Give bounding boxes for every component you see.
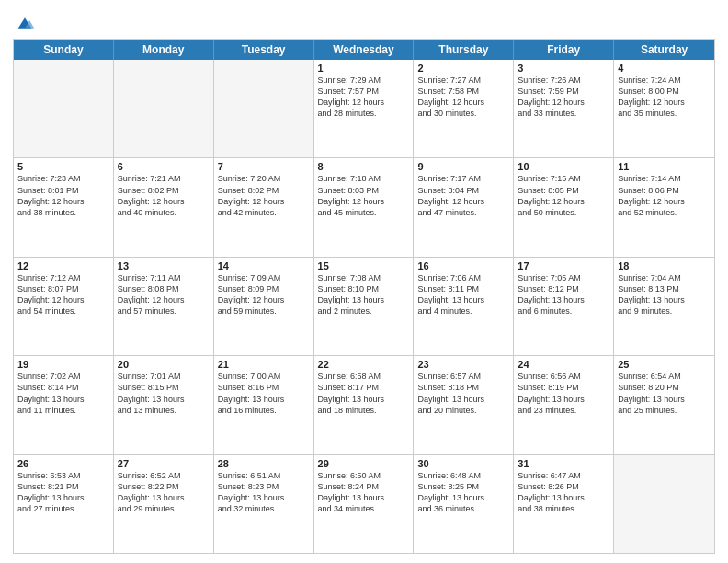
weekday-header-wednesday: Wednesday: [314, 40, 415, 60]
weekday-header-saturday: Saturday: [614, 40, 714, 60]
day-number: 19: [17, 359, 109, 370]
calendar: SundayMondayTuesdayWednesdayThursdayFrid…: [13, 39, 715, 554]
day-number: 21: [218, 359, 310, 370]
calendar-row-4: 19Sunrise: 7:02 AM Sunset: 8:14 PM Dayli…: [14, 355, 714, 454]
day-info: Sunrise: 6:47 AM Sunset: 8:26 PM Dayligh…: [518, 470, 609, 515]
calendar-day-26: 26Sunrise: 6:53 AM Sunset: 8:21 PM Dayli…: [14, 455, 114, 553]
logo: [13, 13, 35, 33]
day-number: 6: [118, 161, 210, 172]
day-number: 30: [417, 458, 509, 469]
day-info: Sunrise: 6:58 AM Sunset: 8:17 PM Dayligh…: [318, 371, 410, 416]
day-number: 28: [218, 458, 310, 469]
calendar-day-19: 19Sunrise: 7:02 AM Sunset: 8:14 PM Dayli…: [14, 356, 114, 454]
day-number: 3: [518, 63, 609, 74]
day-number: 10: [518, 161, 609, 172]
day-info: Sunrise: 6:50 AM Sunset: 8:24 PM Dayligh…: [318, 470, 410, 515]
day-info: Sunrise: 7:01 AM Sunset: 8:15 PM Dayligh…: [118, 371, 210, 416]
calendar-empty: [614, 455, 714, 553]
calendar-day-1: 1Sunrise: 7:29 AM Sunset: 7:57 PM Daylig…: [314, 60, 415, 157]
day-info: Sunrise: 6:51 AM Sunset: 8:23 PM Dayligh…: [218, 470, 310, 515]
day-info: Sunrise: 7:27 AM Sunset: 7:58 PM Dayligh…: [417, 75, 509, 120]
calendar-empty: [214, 60, 314, 157]
calendar-day-16: 16Sunrise: 7:06 AM Sunset: 8:11 PM Dayli…: [414, 258, 514, 355]
calendar-row-1: 1Sunrise: 7:29 AM Sunset: 7:57 PM Daylig…: [14, 60, 714, 157]
day-info: Sunrise: 6:53 AM Sunset: 8:21 PM Dayligh…: [17, 470, 109, 515]
page: SundayMondayTuesdayWednesdayThursdayFrid…: [0, 0, 728, 563]
day-info: Sunrise: 7:09 AM Sunset: 8:09 PM Dayligh…: [218, 272, 310, 317]
calendar-row-2: 5Sunrise: 7:23 AM Sunset: 8:01 PM Daylig…: [14, 157, 714, 256]
calendar-empty: [114, 60, 214, 157]
calendar-empty: [14, 60, 114, 157]
day-number: 2: [417, 63, 509, 74]
calendar-day-18: 18Sunrise: 7:04 AM Sunset: 8:13 PM Dayli…: [614, 258, 714, 355]
calendar-day-9: 9Sunrise: 7:17 AM Sunset: 8:04 PM Daylig…: [414, 158, 514, 256]
calendar-day-10: 10Sunrise: 7:15 AM Sunset: 8:05 PM Dayli…: [514, 158, 614, 256]
day-info: Sunrise: 7:17 AM Sunset: 8:04 PM Dayligh…: [417, 173, 509, 218]
day-info: Sunrise: 6:54 AM Sunset: 8:20 PM Dayligh…: [618, 371, 711, 416]
day-number: 8: [318, 161, 410, 172]
day-info: Sunrise: 7:21 AM Sunset: 8:02 PM Dayligh…: [118, 173, 210, 218]
calendar-day-25: 25Sunrise: 6:54 AM Sunset: 8:20 PM Dayli…: [614, 356, 714, 454]
day-info: Sunrise: 7:06 AM Sunset: 8:11 PM Dayligh…: [417, 272, 509, 317]
day-info: Sunrise: 7:12 AM Sunset: 8:07 PM Dayligh…: [17, 272, 109, 317]
calendar-day-13: 13Sunrise: 7:11 AM Sunset: 8:08 PM Dayli…: [114, 258, 214, 355]
day-number: 22: [318, 359, 410, 370]
weekday-header-sunday: Sunday: [14, 40, 114, 60]
day-number: 15: [318, 260, 410, 271]
calendar-day-2: 2Sunrise: 7:27 AM Sunset: 7:58 PM Daylig…: [414, 60, 514, 157]
calendar-row-5: 26Sunrise: 6:53 AM Sunset: 8:21 PM Dayli…: [14, 454, 714, 553]
calendar-day-3: 3Sunrise: 7:26 AM Sunset: 7:59 PM Daylig…: [514, 60, 614, 157]
calendar-day-5: 5Sunrise: 7:23 AM Sunset: 8:01 PM Daylig…: [14, 158, 114, 256]
day-info: Sunrise: 7:26 AM Sunset: 7:59 PM Dayligh…: [518, 75, 609, 120]
calendar-day-8: 8Sunrise: 7:18 AM Sunset: 8:03 PM Daylig…: [314, 158, 415, 256]
calendar-day-7: 7Sunrise: 7:20 AM Sunset: 8:02 PM Daylig…: [214, 158, 314, 256]
calendar-day-21: 21Sunrise: 7:00 AM Sunset: 8:16 PM Dayli…: [214, 356, 314, 454]
day-info: Sunrise: 6:56 AM Sunset: 8:19 PM Dayligh…: [518, 371, 609, 416]
calendar-day-31: 31Sunrise: 6:47 AM Sunset: 8:26 PM Dayli…: [514, 455, 614, 553]
day-info: Sunrise: 7:14 AM Sunset: 8:06 PM Dayligh…: [618, 173, 711, 218]
day-info: Sunrise: 6:52 AM Sunset: 8:22 PM Dayligh…: [118, 470, 210, 515]
day-number: 5: [17, 161, 109, 172]
day-info: Sunrise: 7:15 AM Sunset: 8:05 PM Dayligh…: [518, 173, 609, 218]
day-info: Sunrise: 7:29 AM Sunset: 7:57 PM Dayligh…: [318, 75, 410, 120]
day-info: Sunrise: 7:05 AM Sunset: 8:12 PM Dayligh…: [518, 272, 609, 317]
calendar-day-20: 20Sunrise: 7:01 AM Sunset: 8:15 PM Dayli…: [114, 356, 214, 454]
day-number: 20: [118, 359, 210, 370]
day-number: 12: [17, 260, 109, 271]
day-info: Sunrise: 6:48 AM Sunset: 8:25 PM Dayligh…: [417, 470, 509, 515]
day-number: 9: [417, 161, 509, 172]
day-number: 17: [518, 260, 609, 271]
calendar-day-22: 22Sunrise: 6:58 AM Sunset: 8:17 PM Dayli…: [314, 356, 415, 454]
day-number: 31: [518, 458, 609, 469]
calendar-day-24: 24Sunrise: 6:56 AM Sunset: 8:19 PM Dayli…: [514, 356, 614, 454]
weekday-header-monday: Monday: [114, 40, 214, 60]
day-number: 27: [118, 458, 210, 469]
weekday-header-friday: Friday: [514, 40, 614, 60]
day-number: 7: [218, 161, 310, 172]
day-info: Sunrise: 6:57 AM Sunset: 8:18 PM Dayligh…: [417, 371, 509, 416]
day-number: 13: [118, 260, 210, 271]
day-number: 14: [218, 260, 310, 271]
day-number: 16: [417, 260, 509, 271]
day-info: Sunrise: 7:11 AM Sunset: 8:08 PM Dayligh…: [118, 272, 210, 317]
day-number: 1: [318, 63, 410, 74]
day-number: 4: [618, 63, 711, 74]
calendar-day-15: 15Sunrise: 7:08 AM Sunset: 8:10 PM Dayli…: [314, 258, 415, 355]
logo-icon: [15, 13, 35, 33]
calendar-day-12: 12Sunrise: 7:12 AM Sunset: 8:07 PM Dayli…: [14, 258, 114, 355]
calendar-day-27: 27Sunrise: 6:52 AM Sunset: 8:22 PM Dayli…: [114, 455, 214, 553]
day-info: Sunrise: 7:23 AM Sunset: 8:01 PM Dayligh…: [17, 173, 109, 218]
calendar-row-3: 12Sunrise: 7:12 AM Sunset: 8:07 PM Dayli…: [14, 257, 714, 355]
weekday-header-tuesday: Tuesday: [214, 40, 314, 60]
calendar-body: 1Sunrise: 7:29 AM Sunset: 7:57 PM Daylig…: [14, 60, 714, 553]
calendar-header: SundayMondayTuesdayWednesdayThursdayFrid…: [14, 40, 714, 60]
day-info: Sunrise: 7:20 AM Sunset: 8:02 PM Dayligh…: [218, 173, 310, 218]
day-info: Sunrise: 7:04 AM Sunset: 8:13 PM Dayligh…: [618, 272, 711, 317]
weekday-header-thursday: Thursday: [414, 40, 514, 60]
day-number: 26: [17, 458, 109, 469]
calendar-day-17: 17Sunrise: 7:05 AM Sunset: 8:12 PM Dayli…: [514, 258, 614, 355]
header: [13, 9, 715, 33]
day-info: Sunrise: 7:24 AM Sunset: 8:00 PM Dayligh…: [618, 75, 711, 120]
day-info: Sunrise: 7:02 AM Sunset: 8:14 PM Dayligh…: [17, 371, 109, 416]
calendar-day-23: 23Sunrise: 6:57 AM Sunset: 8:18 PM Dayli…: [414, 356, 514, 454]
